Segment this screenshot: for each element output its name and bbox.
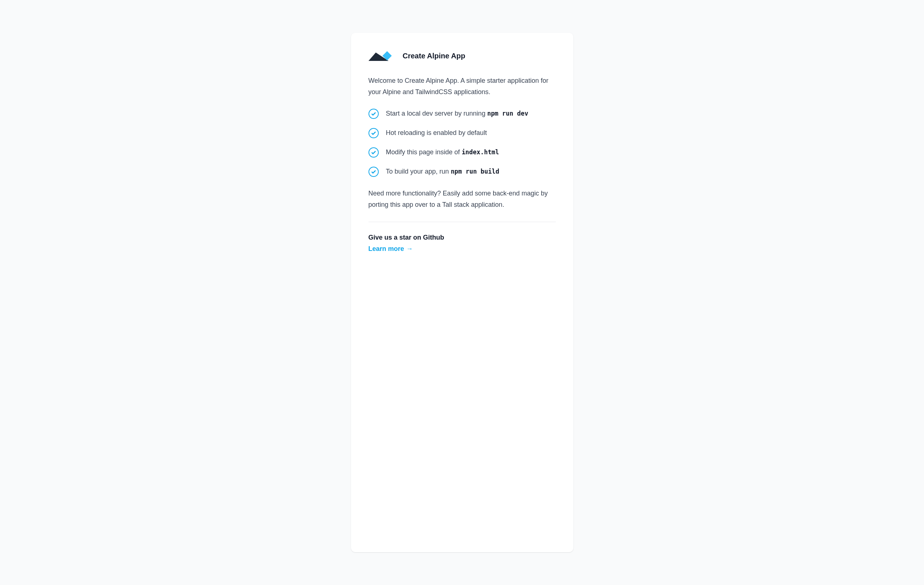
- check-circle-icon: [368, 109, 379, 119]
- feature-text: Hot reloading is enabled by default: [386, 128, 487, 138]
- feature-text: Start a local dev server by running npm …: [386, 108, 528, 119]
- divider: [368, 222, 556, 222]
- list-item: Hot reloading is enabled by default: [368, 128, 556, 138]
- card-header: Create Alpine App: [368, 50, 556, 61]
- code-snippet: npm run dev: [487, 110, 528, 117]
- features-list: Start a local dev server by running npm …: [368, 108, 556, 177]
- cta-heading: Give us a star on Github: [368, 234, 556, 241]
- intro-text: Welcome to Create Alpine App. A simple s…: [368, 75, 556, 98]
- code-snippet: npm run build: [451, 168, 499, 175]
- list-item: To build your app, run npm run build: [368, 166, 556, 177]
- check-circle-icon: [368, 128, 379, 138]
- check-circle-icon: [368, 167, 379, 177]
- list-item: Start a local dev server by running npm …: [368, 108, 556, 119]
- feature-text: Modify this page inside of index.html: [386, 147, 499, 157]
- list-item: Modify this page inside of index.html: [368, 147, 556, 157]
- cta-link-label: Learn more: [368, 245, 404, 253]
- alpine-logo-icon: [368, 50, 394, 61]
- code-snippet: index.html: [462, 149, 499, 156]
- check-circle-icon: [368, 147, 379, 157]
- arrow-right-icon: →: [406, 245, 413, 253]
- outro-text: Need more functionality? Easily add some…: [368, 188, 556, 210]
- learn-more-link[interactable]: Learn more →: [368, 245, 413, 253]
- welcome-card: Create Alpine App Welcome to Create Alpi…: [351, 33, 573, 552]
- feature-text: To build your app, run npm run build: [386, 166, 499, 177]
- card-title: Create Alpine App: [403, 52, 465, 60]
